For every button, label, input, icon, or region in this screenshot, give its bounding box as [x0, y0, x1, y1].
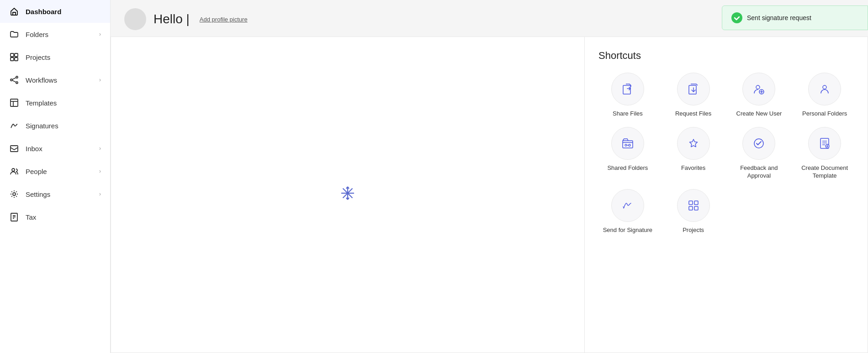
- svg-rect-9: [11, 99, 18, 106]
- home-icon: [9, 6, 19, 16]
- sidebar-label-dashboard: Dashboard: [26, 8, 61, 16]
- projects-icon: [9, 52, 19, 62]
- projects-shortcut-icon: [687, 199, 700, 212]
- favorites-icon-circle: [677, 127, 710, 160]
- svg-line-8: [12, 80, 16, 82]
- add-profile-link[interactable]: Add profile picture: [200, 16, 248, 23]
- sidebar: Dashboard Folders › Projects: [0, 0, 111, 353]
- settings-icon: [9, 189, 19, 199]
- create-doc-template-icon-circle: [808, 127, 841, 160]
- toast-success-icon: [731, 12, 742, 23]
- people-icon: [9, 166, 19, 176]
- svg-rect-50: [694, 201, 698, 205]
- sidebar-item-settings[interactable]: Settings ›: [0, 183, 110, 205]
- svg-rect-0: [11, 53, 14, 57]
- svg-rect-1: [15, 53, 18, 57]
- svg-point-14: [13, 193, 16, 195]
- send-signature-label: Send for Signature: [603, 227, 652, 234]
- chevron-right-icon: ›: [99, 145, 101, 152]
- loading-spinner: [339, 185, 356, 205]
- svg-point-5: [16, 76, 18, 78]
- svg-rect-2: [11, 58, 14, 61]
- favorites-icon: [687, 137, 700, 150]
- sidebar-item-signatures[interactable]: Signatures: [0, 114, 110, 137]
- sidebar-label-settings: Settings: [26, 190, 50, 198]
- signatures-icon: [9, 121, 19, 131]
- sidebar-label-tax: Tax: [26, 213, 36, 221]
- folder-icon: [9, 29, 19, 39]
- shortcuts-title: Shortcuts: [598, 50, 854, 62]
- shared-folders-label: Shared Folders: [607, 164, 648, 172]
- sidebar-item-workflows[interactable]: Workflows ›: [0, 68, 110, 91]
- sidebar-item-people[interactable]: People ›: [0, 160, 110, 183]
- svg-point-6: [16, 82, 18, 84]
- sidebar-label-people: People: [26, 168, 47, 175]
- personal-folders-icon-circle: [808, 73, 841, 105]
- chevron-right-icon: ›: [99, 191, 101, 197]
- sidebar-item-projects[interactable]: Projects: [0, 46, 110, 68]
- sidebar-label-inbox: Inbox: [26, 145, 42, 153]
- create-doc-template-icon: [818, 137, 831, 150]
- sidebar-label-workflows: Workflows: [26, 76, 57, 84]
- shared-folders-icon: [621, 137, 634, 150]
- create-doc-template-label: Create Document Template: [795, 164, 854, 180]
- send-signature-icon-circle: [611, 189, 644, 222]
- svg-point-37: [823, 85, 826, 89]
- request-files-label: Request Files: [675, 110, 711, 118]
- hello-text: Hello |: [153, 12, 190, 26]
- shared-folders-icon-circle: [611, 127, 644, 160]
- shortcut-personal-folders[interactable]: Personal Folders: [795, 73, 854, 118]
- svg-rect-51: [689, 206, 693, 210]
- toast-notification: Sent signature request: [722, 5, 868, 30]
- feedback-approval-label: Feedback and Approval: [730, 164, 789, 180]
- toast-message: Sent signature request: [747, 14, 811, 21]
- templates-icon: [9, 98, 19, 108]
- personal-folders-label: Personal Folders: [802, 110, 847, 118]
- shortcut-request-files[interactable]: Request Files: [664, 73, 723, 118]
- avatar: [124, 8, 146, 30]
- svg-rect-3: [15, 58, 18, 61]
- shortcut-create-new-user[interactable]: Create New User: [730, 73, 789, 118]
- checkmark-icon: [734, 15, 740, 21]
- create-new-user-icon-circle: [742, 73, 775, 105]
- shortcut-shared-folders[interactable]: Shared Folders: [598, 127, 657, 180]
- sidebar-item-templates[interactable]: Templates: [0, 91, 110, 114]
- left-panel: [111, 37, 585, 353]
- sidebar-item-tax[interactable]: Tax: [0, 205, 110, 228]
- svg-rect-52: [694, 206, 698, 210]
- projects-shortcut-label: Projects: [683, 227, 704, 234]
- share-files-icon-circle: [611, 73, 644, 105]
- shortcut-feedback-approval[interactable]: Feedback and Approval: [730, 127, 789, 180]
- personal-folders-icon: [818, 83, 831, 95]
- shortcut-projects[interactable]: Projects: [664, 189, 723, 234]
- shortcuts-panel: Shortcuts Share Files: [585, 37, 868, 353]
- svg-rect-38: [623, 141, 633, 148]
- create-new-user-label: Create New User: [736, 110, 782, 118]
- main-content: Hello | Add profile picture Edit Dashboa…: [111, 0, 868, 353]
- svg-point-39: [625, 144, 627, 146]
- favorites-label: Favorites: [681, 164, 705, 172]
- request-files-icon: [687, 83, 700, 95]
- shortcut-create-doc-template[interactable]: Create Document Template: [795, 127, 854, 180]
- shortcut-favorites[interactable]: Favorites: [664, 127, 723, 180]
- request-files-icon-circle: [677, 73, 710, 105]
- svg-point-4: [11, 79, 12, 81]
- shortcut-send-signature[interactable]: Send for Signature: [598, 189, 657, 234]
- feedback-approval-icon-circle: [742, 127, 775, 160]
- sidebar-label-templates: Templates: [26, 99, 57, 107]
- shortcut-share-files[interactable]: Share Files: [598, 73, 657, 118]
- svg-line-7: [12, 78, 16, 79]
- sidebar-label-signatures: Signatures: [26, 122, 58, 130]
- inbox-icon: [9, 143, 19, 153]
- svg-rect-49: [689, 201, 693, 205]
- sidebar-item-inbox[interactable]: Inbox ›: [0, 137, 110, 160]
- chevron-right-icon: ›: [99, 168, 101, 174]
- sidebar-item-folders[interactable]: Folders ›: [0, 23, 110, 46]
- shortcuts-grid: Share Files Request Files: [598, 73, 854, 234]
- create-new-user-icon: [752, 83, 765, 95]
- sidebar-label-folders: Folders: [26, 31, 48, 38]
- svg-point-13: [12, 169, 15, 171]
- send-signature-icon: [621, 199, 634, 212]
- sidebar-label-projects: Projects: [26, 53, 50, 61]
- sidebar-item-dashboard[interactable]: Dashboard: [0, 0, 110, 23]
